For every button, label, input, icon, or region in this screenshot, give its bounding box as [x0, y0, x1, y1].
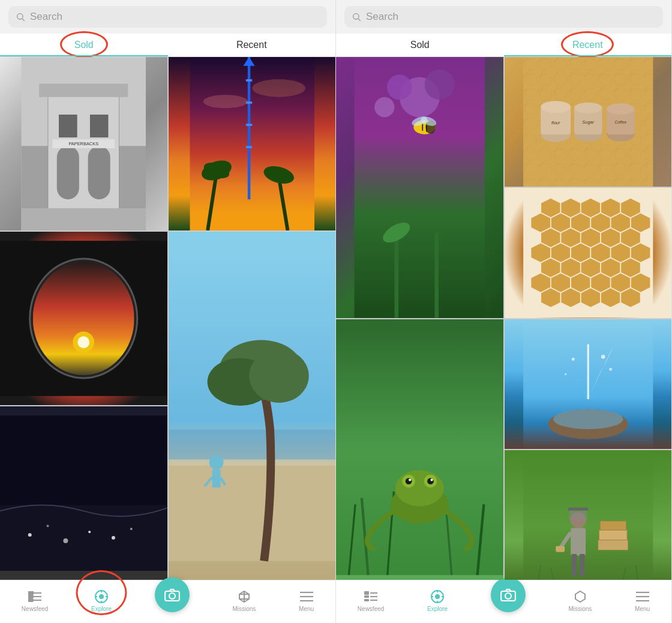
svg-rect-34: [169, 430, 336, 460]
right-tab-sold[interactable]: Sold: [336, 34, 504, 56]
right-photo-cell-3[interactable]: [505, 188, 672, 318]
photo-cell-4[interactable]: [169, 232, 336, 580]
svg-point-155: [565, 373, 566, 375]
right-search-input-wrapper[interactable]: Search: [344, 6, 663, 28]
left-nav-missions[interactable]: Missions: [232, 589, 256, 612]
right-photo-cell-5[interactable]: [505, 319, 672, 449]
camera-button-right[interactable]: [491, 577, 526, 612]
svg-rect-19: [245, 146, 251, 148]
svg-point-180: [435, 594, 440, 599]
right-explore-label: Explore: [427, 606, 448, 612]
search-icon: [16, 12, 25, 22]
right-bottom-nav: Newsfeed Explore: [336, 580, 671, 623]
right-photo-grid: flour Sugar Coffee: [336, 57, 671, 580]
svg-line-1: [22, 19, 25, 21]
svg-point-152: [553, 409, 623, 429]
camera-icon: [164, 588, 180, 601]
svg-rect-12: [22, 208, 146, 230]
right-nav-newsfeed[interactable]: Newsfeed: [358, 589, 384, 612]
right-tabs: Sold Recent: [336, 34, 671, 57]
right-nav-camera[interactable]: [491, 589, 526, 612]
left-menu-label: Menu: [299, 606, 314, 612]
svg-point-59: [99, 594, 104, 599]
svg-rect-18: [245, 124, 251, 126]
explore-icon-right: [430, 589, 445, 604]
right-newsfeed-label: Newsfeed: [358, 606, 384, 612]
svg-point-148: [409, 478, 411, 481]
photo-jars: flour Sugar Coffee: [505, 57, 672, 187]
left-phone-panel: Search Sold Recent: [0, 0, 336, 623]
svg-point-143: [395, 470, 444, 506]
left-nav-menu[interactable]: Menu: [299, 589, 314, 612]
svg-rect-173: [364, 591, 369, 595]
right-menu-label: Menu: [635, 606, 650, 612]
right-tab-recent[interactable]: Recent: [504, 34, 672, 56]
explore-icon: [94, 589, 109, 604]
left-search-input-wrapper[interactable]: Search: [8, 6, 327, 28]
newsfeed-icon-right: [364, 589, 378, 604]
photo-frog-grass: [336, 319, 503, 580]
photo-car-mirror: [0, 232, 167, 405]
svg-rect-57: [28, 599, 33, 601]
svg-rect-167: [568, 507, 587, 510]
svg-text:Coffee: Coffee: [614, 120, 626, 124]
camera-icon-right: [500, 588, 516, 601]
svg-marker-133: [580, 288, 600, 308]
svg-text:flour: flour: [551, 120, 560, 125]
left-missions-label: Missions: [232, 606, 256, 612]
right-photo-cell-6[interactable]: [505, 450, 672, 580]
menu-icon: [299, 589, 314, 604]
photo-dark-crowd: [0, 406, 167, 580]
svg-rect-5: [39, 83, 128, 97]
svg-rect-163: [599, 530, 627, 540]
right-photo-cell-4[interactable]: [336, 319, 503, 580]
svg-point-95: [607, 103, 635, 114]
photo-cell-1[interactable]: PAPERBACKS: [0, 57, 167, 230]
svg-point-49: [112, 536, 115, 540]
svg-point-87: [541, 101, 571, 113]
left-nav-newsfeed[interactable]: Newsfeed: [22, 589, 48, 612]
svg-rect-14: [247, 57, 250, 199]
svg-marker-135: [620, 288, 640, 308]
photo-cell-3[interactable]: [0, 232, 167, 405]
svg-point-70: [425, 70, 455, 100]
left-tab-recent[interactable]: Recent: [168, 34, 336, 56]
svg-point-39: [209, 456, 223, 470]
left-bottom-nav: Newsfeed Explore: [0, 580, 335, 623]
svg-marker-134: [601, 288, 620, 308]
svg-rect-170: [556, 546, 565, 552]
svg-point-91: [574, 103, 602, 113]
right-nav-missions[interactable]: Missions: [568, 589, 592, 612]
newsfeed-icon: [28, 589, 42, 604]
svg-rect-136: [336, 324, 503, 575]
right-nav-menu[interactable]: Menu: [635, 589, 650, 612]
svg-rect-166: [569, 509, 587, 520]
right-nav-explore[interactable]: Explore: [427, 589, 448, 612]
svg-point-25: [203, 95, 247, 108]
svg-point-0: [17, 14, 23, 19]
svg-rect-171: [571, 554, 576, 576]
photo-cell-5[interactable]: [0, 406, 167, 580]
svg-rect-40: [212, 469, 220, 487]
search-icon-right: [352, 12, 361, 22]
left-explore-label: Explore: [91, 606, 112, 612]
left-nav-explore[interactable]: Explore: [91, 589, 112, 612]
left-search-bar: Search: [0, 0, 335, 34]
svg-rect-7: [88, 146, 110, 199]
left-newsfeed-label: Newsfeed: [22, 606, 48, 612]
svg-point-61: [169, 593, 175, 599]
right-photo-cell-2[interactable]: flour Sugar Coffee: [505, 57, 672, 187]
photo-honeycomb: [505, 188, 672, 318]
svg-marker-131: [541, 288, 560, 308]
svg-rect-35: [169, 465, 336, 561]
camera-button[interactable]: [155, 577, 190, 612]
right-photo-cell-1[interactable]: [336, 57, 503, 318]
svg-rect-162: [598, 540, 628, 550]
left-tab-sold[interactable]: Sold: [0, 34, 168, 56]
photo-cell-2[interactable]: [169, 57, 336, 230]
svg-point-50: [130, 528, 133, 530]
svg-marker-132: [560, 288, 580, 308]
svg-rect-172: [580, 554, 584, 576]
svg-rect-56: [28, 595, 33, 598]
left-nav-camera[interactable]: [155, 589, 190, 612]
